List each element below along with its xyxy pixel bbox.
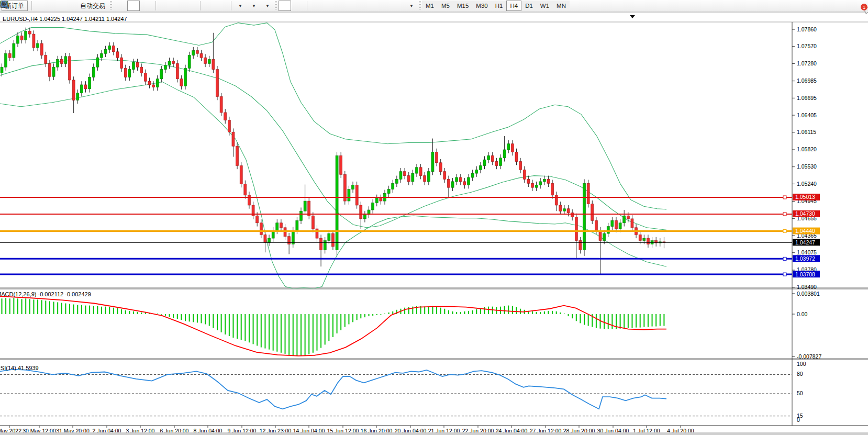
- timeframe-mn[interactable]: MN: [553, 1, 570, 11]
- mt4-window: 新订单 自动交易: [0, 0, 868, 435]
- separator: [200, 1, 201, 10]
- chart-area[interactable]: EURUSD-,H4 1.04225 1.04247 1.04211 1.042…: [0, 13, 868, 435]
- timeframe-m1[interactable]: M1: [422, 1, 438, 11]
- macd-pane: [0, 296, 666, 356]
- profiles-button[interactable]: ▼: [247, 1, 260, 11]
- svg-text:1.05530: 1.05530: [797, 163, 817, 170]
- line-handle: [783, 230, 786, 233]
- vertical-line-button[interactable]: [309, 1, 322, 11]
- svg-text:1.04730: 1.04730: [795, 210, 815, 217]
- rsi-label: RSI(14) 41.5939: [0, 365, 39, 371]
- zoom-in-button[interactable]: [158, 1, 171, 11]
- timeframe-h4[interactable]: H4: [506, 1, 521, 11]
- toolbar-grip: [275, 1, 277, 10]
- svg-text:1.07280: 1.07280: [797, 60, 817, 66]
- timeframe-m15[interactable]: M15: [453, 1, 472, 11]
- indicators-button[interactable]: ▼: [261, 1, 273, 11]
- svg-text:0.00: 0.00: [797, 311, 808, 317]
- chart-shift-marker: [630, 15, 635, 18]
- dropdown-arrow-icon: ▼: [409, 4, 414, 8]
- signals-button[interactable]: [61, 1, 74, 11]
- crosshair-button[interactable]: [292, 1, 305, 11]
- line-handle: [783, 257, 786, 260]
- auto-trading-button[interactable]: 自动交易: [75, 1, 108, 11]
- timeframe-d1[interactable]: D1: [521, 1, 537, 11]
- svg-text:1.06115: 1.06115: [797, 129, 816, 135]
- bar-chart-button[interactable]: [114, 1, 126, 11]
- zoom-out-button[interactable]: [172, 1, 184, 11]
- equidistant-channel-button[interactable]: E: [350, 1, 363, 11]
- svg-text:1.04075: 1.04075: [797, 249, 817, 255]
- text-button[interactable]: A: [377, 1, 390, 11]
- svg-text:1.05820: 1.05820: [797, 146, 817, 152]
- bollinger-bands: [0, 23, 666, 288]
- timeframe-h1[interactable]: H1: [492, 1, 507, 11]
- svg-text:1.04247: 1.04247: [795, 239, 815, 246]
- separator: [31, 1, 32, 10]
- svg-text:80: 80: [797, 371, 803, 377]
- svg-text:1.03708: 1.03708: [795, 271, 815, 277]
- svg-text:1.07570: 1.07570: [797, 43, 817, 49]
- timeframe-m5[interactable]: M5: [438, 1, 453, 11]
- macd-label: MACD(12,26,9) -0.002112 -0.002429: [0, 291, 91, 297]
- macd-scale: 0.0038010.00-0.007827: [792, 291, 821, 360]
- notification-badge: 1: [861, 4, 867, 10]
- svg-text:1.06985: 1.06985: [797, 77, 817, 84]
- toolbar: 新订单 自动交易: [0, 0, 868, 12]
- new-chart-button[interactable]: ▼: [233, 1, 246, 11]
- market-watch-button[interactable]: [34, 1, 47, 11]
- dropdown-arrow-icon: ▼: [238, 4, 242, 8]
- line-handle: [783, 273, 786, 276]
- svg-text:1.04440: 1.04440: [795, 228, 815, 234]
- svg-text:0: 0: [797, 417, 800, 423]
- horizontal-line-button[interactable]: [323, 1, 336, 11]
- svg-text:1.06695: 1.06695: [797, 95, 817, 101]
- svg-text:0.003801: 0.003801: [797, 291, 820, 297]
- horizontal-lines: 1.050131.047301.044401.042471.039721.037…: [0, 194, 820, 277]
- line-handle: [783, 196, 786, 199]
- candlesticks: [1, 28, 665, 275]
- svg-text:1.06405: 1.06405: [797, 112, 817, 118]
- timeframe-m30[interactable]: M30: [472, 1, 491, 11]
- fibonacci-button[interactable]: F: [364, 1, 376, 11]
- arrows-button[interactable]: ▼: [405, 1, 417, 11]
- tile-windows-button[interactable]: [185, 1, 198, 11]
- auto-scroll-button[interactable]: [203, 1, 215, 11]
- line-chart-button[interactable]: [141, 1, 153, 11]
- text-label-button[interactable]: T: [391, 1, 404, 11]
- cursor-button[interactable]: [279, 1, 291, 11]
- toolbar-grip: [419, 1, 421, 10]
- separator: [231, 1, 231, 10]
- rsi-pane: [0, 370, 792, 416]
- navigator-button[interactable]: [48, 1, 60, 11]
- svg-text:50: 50: [797, 390, 803, 396]
- svg-text:1.05240: 1.05240: [797, 181, 817, 187]
- svg-text:-0.007827: -0.007827: [797, 353, 821, 360]
- timeframe-group: M1M5M15M30H1H4D1W1MN: [422, 1, 570, 11]
- chart-shift-button[interactable]: [216, 1, 229, 11]
- window-bottom-edge: [0, 432, 868, 435]
- svg-text:1.05013: 1.05013: [795, 194, 815, 200]
- price-axis: 1.078601.075701.072801.069851.066951.064…: [792, 26, 817, 291]
- toolbar-grip: [110, 1, 112, 10]
- line-handle: [783, 213, 786, 216]
- trendline-button[interactable]: [337, 1, 349, 11]
- rsi-scale: 1008050150: [797, 361, 806, 423]
- candlestick-chart-button[interactable]: [127, 1, 140, 11]
- svg-text:100: 100: [797, 361, 806, 367]
- auto-trading-label: 自动交易: [80, 2, 105, 10]
- separator: [307, 1, 307, 10]
- svg-text:1.03972: 1.03972: [795, 255, 815, 262]
- dropdown-arrow-icon: ▼: [252, 4, 256, 8]
- chart-canvas[interactable]: 1.078601.075701.072801.069851.066951.064…: [0, 13, 868, 435]
- search-icon[interactable]: [0, 0, 9, 9]
- chart-title: EURUSD-,H4 1.04225 1.04247 1.04211 1.042…: [3, 16, 127, 22]
- svg-text:1.03490: 1.03490: [797, 284, 817, 290]
- dropdown-arrow-icon: ▼: [265, 4, 270, 8]
- svg-text:1.07860: 1.07860: [797, 26, 817, 32]
- pane-borders: [0, 22, 868, 426]
- separator: [155, 1, 156, 10]
- timeframe-w1[interactable]: W1: [537, 1, 553, 11]
